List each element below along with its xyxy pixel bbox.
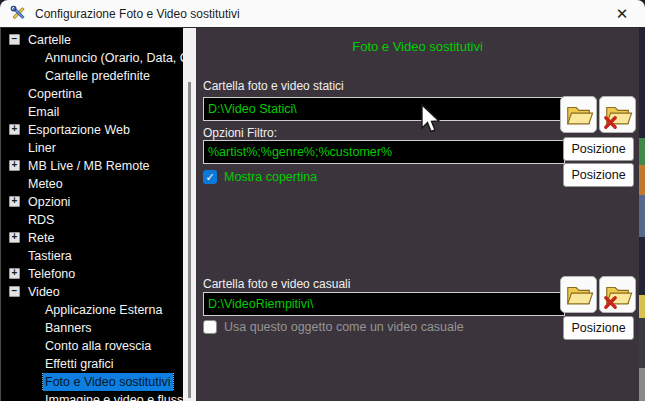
expand-icon[interactable]: +	[9, 196, 20, 207]
filter-position-button[interactable]: Posizione	[563, 137, 634, 161]
random-folder-label: Cartella foto e video casuali	[203, 277, 350, 291]
sidebar-item[interactable]: −Cartelle	[1, 31, 183, 49]
sidebar-tree: −CartelleAnnuncio (Orario, Data, CaCarte…	[1, 31, 183, 401]
static-clear-button[interactable]	[599, 96, 636, 133]
dialog-window: Configurazione Foto e Video sostitutivi …	[0, 0, 645, 401]
open-folder-icon	[564, 100, 594, 130]
sidebar-item-label: Cartelle	[28, 31, 71, 49]
sidebar-item[interactable]: Tastiera	[1, 247, 183, 265]
panel-title: Foto e Video sostitutivi	[196, 39, 639, 54]
sidebar-item-label: Opzioni	[28, 193, 70, 211]
open-folder-icon	[564, 280, 594, 310]
sidebar-item[interactable]: Copertina	[1, 85, 183, 103]
static-folder-field[interactable]: D:\Video Statici\	[203, 97, 565, 121]
delete-folder-icon	[603, 280, 633, 310]
static-folder-label: Cartella foto e video statici	[203, 79, 344, 93]
sidebar-item-label: Foto e Video sostitutivi	[43, 373, 173, 391]
settings-sidebar: −CartelleAnnuncio (Orario, Data, CaCarte…	[0, 28, 183, 401]
sidebar-item-label: Telefono	[28, 265, 75, 283]
cover-position-button[interactable]: Posizione	[563, 163, 634, 187]
use-random-label: Usa questo oggetto come un video casuale	[224, 320, 464, 334]
sidebar-item-label: Video	[28, 283, 60, 301]
sidebar-item-label: Applicazione Esterna	[45, 301, 162, 319]
sidebar-item[interactable]: +Rete	[1, 229, 183, 247]
sidebar-item-label: RDS	[28, 211, 54, 229]
sidebar-item[interactable]: −Video	[1, 283, 183, 301]
sidebar-item[interactable]: +MB Live / MB Remote	[1, 157, 183, 175]
window-title: Configurazione Foto e Video sostitutivi	[35, 7, 240, 21]
random-browse-button[interactable]	[560, 276, 597, 313]
checked-checkbox-icon[interactable]: ✓	[203, 170, 217, 184]
sidebar-item-label: Copertina	[28, 85, 82, 103]
sidebar-item-label: Esportazione Web	[28, 121, 130, 139]
use-random-row[interactable]: Usa questo oggetto come un video casuale	[203, 319, 464, 334]
close-button[interactable]: ✕	[605, 1, 639, 27]
sidebar-item-label: Email	[28, 103, 59, 121]
sidebar-item[interactable]: Cartelle predefinite	[1, 67, 183, 85]
collapse-icon[interactable]: −	[9, 34, 20, 45]
delete-folder-icon	[603, 100, 633, 130]
collapse-icon[interactable]: −	[9, 286, 20, 297]
sidebar-item-label: Cartelle predefinite	[45, 67, 150, 85]
sidebar-item[interactable]: Banners	[1, 319, 183, 337]
filter-options-label: Opzioni Filtro:	[203, 126, 277, 140]
sidebar-scrollbar[interactable]	[183, 28, 196, 401]
sidebar-item[interactable]: Applicazione Esterna	[1, 301, 183, 319]
tools-config-icon	[10, 5, 27, 22]
sidebar-item[interactable]: Immagine e video e fluss	[1, 391, 183, 401]
expand-icon[interactable]: +	[9, 160, 20, 171]
random-clear-button[interactable]	[599, 276, 636, 313]
sidebar-item-label: Immagine e video e fluss	[45, 391, 183, 401]
sidebar-item[interactable]: Meteo	[1, 175, 183, 193]
title-bar: Configurazione Foto e Video sostitutivi …	[0, 0, 645, 28]
sidebar-item-label: Conto alla rovescia	[45, 337, 151, 355]
filter-options-field[interactable]: %artist%;%genre%;%customer%	[203, 140, 565, 164]
sidebar-item[interactable]: Effetti grafici	[1, 355, 183, 373]
sidebar-item-label: Meteo	[28, 175, 63, 193]
sidebar-item[interactable]: Annuncio (Orario, Data, Ca	[1, 49, 183, 67]
show-cover-row[interactable]: ✓ Mostra copertina	[203, 169, 317, 184]
sidebar-item-label: Annuncio (Orario, Data, Ca	[45, 49, 183, 67]
random-position-button[interactable]: Posizione	[563, 316, 634, 340]
show-cover-label: Mostra copertina	[224, 170, 317, 184]
scrollbar-thumb[interactable]	[188, 82, 191, 398]
sidebar-item[interactable]: +Esportazione Web	[1, 121, 183, 139]
sidebar-item[interactable]: +Opzioni	[1, 193, 183, 211]
sidebar-item-label: Rete	[28, 229, 54, 247]
sidebar-item-label: Effetti grafici	[45, 355, 114, 373]
settings-panel: Foto e Video sostitutivi Cartella foto e…	[196, 28, 639, 401]
sidebar-item-label: Banners	[45, 319, 92, 337]
sidebar-item[interactable]: +Telefono	[1, 265, 183, 283]
sidebar-item[interactable]: Email	[1, 103, 183, 121]
sidebar-item[interactable]: Conto alla rovescia	[1, 337, 183, 355]
unchecked-checkbox-icon[interactable]	[203, 320, 217, 334]
sidebar-item[interactable]: Foto e Video sostitutivi	[1, 373, 183, 391]
sidebar-item-label: Liner	[28, 139, 56, 157]
sidebar-item-label: Tastiera	[28, 247, 72, 265]
background-strip	[639, 28, 645, 401]
sidebar-item[interactable]: Liner	[1, 139, 183, 157]
random-folder-field[interactable]: D:\VideoRiempitivi\	[203, 292, 565, 316]
expand-icon[interactable]: +	[9, 232, 20, 243]
expand-icon[interactable]: +	[9, 268, 20, 279]
sidebar-item-label: MB Live / MB Remote	[28, 157, 150, 175]
expand-icon[interactable]: +	[9, 124, 20, 135]
sidebar-item[interactable]: RDS	[1, 211, 183, 229]
static-browse-button[interactable]	[560, 96, 597, 133]
